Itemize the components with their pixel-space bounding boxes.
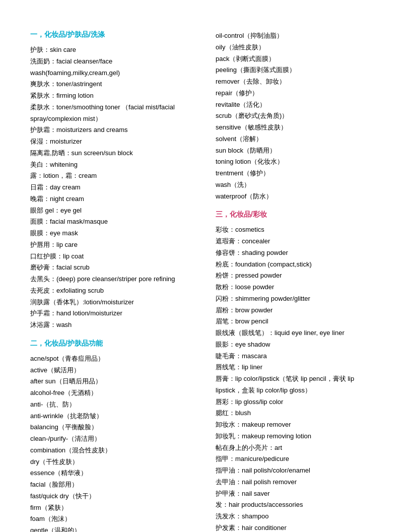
right-column: oil-control（抑制油脂） oily（油性皮肤） pack（剥断式面膜）… bbox=[216, 30, 381, 532]
entry: anti-（抗、防） bbox=[30, 399, 195, 411]
entry: 遮瑕膏：concealer bbox=[216, 236, 381, 247]
page-layout: 一，化妆品/护肤品/洗涤 护肤：skin care 洗面奶：facial cle… bbox=[30, 30, 381, 532]
entry: 面膜：facial mask/masque bbox=[30, 216, 195, 228]
entry: 护肤：skin care bbox=[30, 44, 195, 56]
entry: gentle（温和的） bbox=[30, 525, 195, 532]
entry: 唇膏：lip color/lipstick（笔状 lip pencil，膏状 l… bbox=[216, 373, 381, 396]
entry: 散粉：loose powder bbox=[216, 282, 381, 293]
section1-title: 一，化妆品/护肤品/洗涤 bbox=[30, 30, 195, 39]
entry: firm（紧肤） bbox=[30, 502, 195, 514]
entry: fast/quick dry（快干） bbox=[30, 491, 195, 502]
entry: 眉笔：brow pencil bbox=[216, 316, 381, 327]
entry: 指甲：manicure/pedicure bbox=[216, 453, 381, 465]
entry: waterproof（防水） bbox=[216, 191, 381, 203]
entry: pack（剥断式面膜） bbox=[216, 53, 381, 65]
left-column: 一，化妆品/护肤品/洗涤 护肤：skin care 洗面奶：facial cle… bbox=[30, 30, 195, 532]
entry: 洗面奶：facial cleanser/face wash(foaming,mi… bbox=[30, 56, 195, 79]
entry: toning lotion（化妆水） bbox=[216, 156, 381, 168]
entry: acne/spot（青春痘用品） bbox=[30, 353, 195, 365]
entry: combination（混合性皮肤） bbox=[30, 445, 195, 456]
entry: 隔离霜,防晒：sun screen/sun block bbox=[30, 148, 195, 159]
entry: 眼膜：eye mask bbox=[30, 228, 195, 239]
entry: oil-control（抑制油脂） bbox=[216, 30, 381, 42]
entry: 露：lotion，霜：cream bbox=[30, 170, 195, 182]
entry: balancing（平衡酸脸） bbox=[30, 422, 195, 433]
entry: 彩妆：cosmetics bbox=[216, 224, 381, 236]
entry: 眼线液（眼线笔）：liquid eye liner, eye liner bbox=[216, 327, 381, 339]
entry: 指甲油：nail polish/color/enamel bbox=[216, 465, 381, 477]
entry: 修容饼：shading powder bbox=[216, 247, 381, 259]
entry: facial（脸部用） bbox=[30, 479, 195, 491]
entry: 卸妆乳：makeup removing lotion bbox=[216, 431, 381, 442]
entry: 唇彩：lip gloss/lip color bbox=[216, 396, 381, 408]
entry: 眉粉：brow powder bbox=[216, 305, 381, 316]
entry: 沐浴露：wash bbox=[30, 319, 195, 331]
entry: essence（精华液） bbox=[30, 468, 195, 479]
entry: anti-wrinkle（抗老防皱） bbox=[30, 411, 195, 422]
entry: 粉饼：pressed powder bbox=[216, 270, 381, 282]
entry: foam（泡沫） bbox=[30, 513, 195, 525]
entry: remover（去除、卸妆） bbox=[216, 76, 381, 88]
entry: 晚霜：night cream bbox=[30, 193, 195, 205]
section-skincare: 一，化妆品/护肤品/洗涤 护肤：skin care 洗面奶：facial cle… bbox=[30, 30, 195, 331]
entry: 去黑头：(deep) pore cleanser/striper pore re… bbox=[30, 274, 195, 285]
entry: revitalite（活化） bbox=[216, 99, 381, 111]
entry: 护甲液：nail saver bbox=[216, 488, 381, 500]
entry: 紧肤水：firming lotion bbox=[30, 90, 195, 102]
entry: 去甲油：nail polish remover bbox=[216, 477, 381, 488]
entry: 去死皮：exfoliating scrub bbox=[30, 285, 195, 297]
entry: 爽肤水：toner/astringent bbox=[30, 79, 195, 90]
section2-title: 二，化妆品/护肤品功能 bbox=[30, 339, 195, 348]
entry: 发：hair products/accessories bbox=[216, 499, 381, 511]
entry: dry（干性皮肤） bbox=[30, 456, 195, 468]
entry: 护发素：hair conditioner bbox=[216, 522, 381, 532]
entry: 帖在身上的小亮片：art bbox=[216, 442, 381, 454]
entry: 护唇用：lip care bbox=[30, 239, 195, 251]
section-functions: 二，化妆品/护肤品功能 acne/spot（青春痘用品） active（赋活用）… bbox=[30, 339, 195, 532]
entry: sun block（防晒用） bbox=[216, 145, 381, 157]
entry: 闪粉：shimmering powder/glitter bbox=[216, 293, 381, 305]
entry: 护手霜：hand lotion/moisturizer bbox=[30, 308, 195, 319]
entry: 洗发水：shampoo bbox=[216, 511, 381, 522]
entry: 腮红：blush bbox=[216, 408, 381, 419]
entry: 卸妆水：makeup remover bbox=[216, 419, 381, 431]
entry: 磨砂膏：facial scrub bbox=[30, 262, 195, 274]
entry: 保湿：moisturizer bbox=[30, 136, 195, 148]
entry: solvent（溶解） bbox=[216, 134, 381, 145]
entry: 唇线笔：lip liner bbox=[216, 362, 381, 373]
entry: peeling（撕面剥落式面膜） bbox=[216, 64, 381, 76]
entry: wash（洗） bbox=[216, 179, 381, 191]
entry: clean-/purify-（清洁用） bbox=[30, 433, 195, 445]
entry: trentment（修护） bbox=[216, 168, 381, 179]
entry: 柔肤水：toner/smoothing toner （facial mist/f… bbox=[30, 102, 195, 125]
entry: 眼影：eye shadow bbox=[216, 339, 381, 351]
entry: 口红护膜：lip coat bbox=[30, 251, 195, 262]
entry: active（赋活用） bbox=[30, 365, 195, 376]
section3-title: 三，化妆品/彩妆 bbox=[216, 210, 381, 219]
entry: 美白：whitening bbox=[30, 159, 195, 171]
entry: 粉底：foundation (compact,stick) bbox=[216, 259, 381, 271]
section-functions-cont: oil-control（抑制油脂） oily（油性皮肤） pack（剥断式面膜）… bbox=[216, 30, 381, 202]
entry: alcohol-free（无酒精） bbox=[30, 387, 195, 399]
entry: 睫毛膏：mascara bbox=[216, 351, 381, 362]
entry: 眼部 gel：eye gel bbox=[30, 205, 195, 217]
entry: 润肤露（香体乳）:lotion/moisturizer bbox=[30, 297, 195, 308]
section-makeup: 三，化妆品/彩妆 彩妆：cosmetics 遮瑕膏：concealer 修容饼：… bbox=[216, 210, 381, 532]
entry: sensitive（敏感性皮肤） bbox=[216, 122, 381, 134]
entry: 日霜：day cream bbox=[30, 182, 195, 193]
entry: repair（修护） bbox=[216, 88, 381, 99]
entry: after sun（日晒后用品） bbox=[30, 376, 195, 387]
entry: scrub（磨砂式(去角质)） bbox=[216, 110, 381, 122]
entry: oily（油性皮肤） bbox=[216, 42, 381, 53]
entry: 护肤霜：moisturizers and creams bbox=[30, 124, 195, 136]
